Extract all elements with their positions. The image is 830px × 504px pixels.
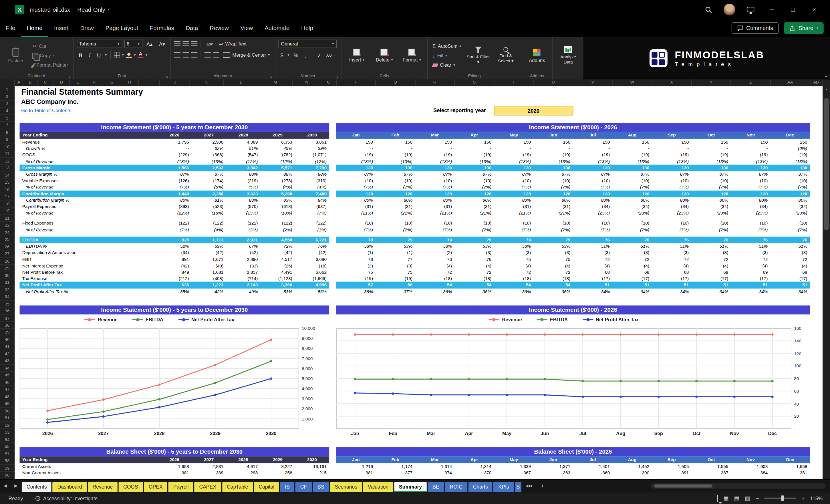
cell[interactable]: (10) — [415, 177, 454, 184]
row-label[interactable]: % of Revenue — [20, 210, 157, 216]
format-cells-button[interactable]: Format▾ — [400, 39, 424, 72]
row-header-3[interactable]: 3 — [0, 101, 14, 108]
cell[interactable]: (19) — [336, 276, 376, 282]
cell[interactable]: (19) — [691, 152, 731, 158]
cell[interactable]: (7%) — [573, 226, 612, 233]
cell[interactable]: 1,174 — [376, 463, 415, 470]
cell[interactable]: 4,996 — [295, 282, 329, 288]
cell[interactable]: 130 — [731, 164, 770, 171]
cell[interactable]: 75 — [494, 256, 534, 262]
cell[interactable]: (21%) — [415, 210, 454, 216]
cell[interactable]: 1,440 — [157, 190, 192, 197]
cell[interactable]: 390 — [612, 470, 652, 476]
cell[interactable]: 80% — [336, 197, 376, 203]
cell[interactable]: 53% — [415, 243, 454, 250]
menu-tab-review[interactable]: Review — [204, 19, 234, 37]
cell[interactable]: 120 — [376, 190, 415, 197]
row-header-4[interactable]: 4 — [0, 108, 14, 115]
cell[interactable]: 62% — [192, 145, 226, 152]
company-name[interactable]: ABC Company Inc. — [21, 98, 78, 105]
cell[interactable]: (34) — [573, 203, 612, 210]
cell[interactable]: 49% — [226, 288, 260, 295]
cell[interactable]: 80% — [157, 197, 192, 203]
cell[interactable]: (10) — [691, 220, 731, 226]
zoom-level[interactable]: 115% — [810, 495, 823, 501]
cell[interactable]: 88% — [261, 171, 295, 178]
cell[interactable]: 6,662 — [295, 269, 329, 276]
cell[interactable]: (523) — [192, 203, 226, 210]
cell[interactable]: 76% — [295, 243, 329, 250]
monthly-chart-title[interactable]: Income Statement ($'000) - 2026 — [336, 306, 810, 314]
cell[interactable]: 2,358 — [192, 190, 226, 197]
sheet-tab-s[interactable]: S — [515, 482, 521, 492]
cell[interactable]: (122) — [226, 220, 260, 226]
column-header-D[interactable]: D — [54, 80, 70, 86]
cell[interactable]: 130 — [573, 164, 612, 171]
cell[interactable]: (10) — [770, 220, 810, 226]
cell[interactable]: 80% — [494, 197, 534, 203]
column-header-A[interactable]: A — [15, 80, 24, 86]
reporting-year-input[interactable]: 2026 — [494, 106, 573, 115]
sheet-tab-contents[interactable]: Contents — [22, 482, 52, 492]
cell[interactable]: 120 — [336, 190, 376, 197]
cell[interactable]: 1,566 — [157, 164, 192, 171]
row-header-48[interactable]: 48 — [0, 393, 14, 401]
cell[interactable]: (7%) — [534, 226, 573, 233]
cell[interactable]: 80% — [731, 197, 770, 203]
zoom-slider[interactable] — [764, 498, 796, 499]
sheet-canvas[interactable]: Financial Statements Summary ABC Company… — [15, 86, 823, 479]
cell[interactable]: (17) — [612, 276, 652, 282]
cell[interactable]: 83% — [261, 197, 295, 203]
column-header-Y[interactable]: Y — [692, 80, 731, 86]
cell[interactable]: 52% — [157, 243, 192, 250]
cell[interactable]: (13%) — [415, 158, 454, 165]
column-header-V[interactable]: V — [573, 80, 613, 86]
cell[interactable]: (13%) — [192, 158, 226, 165]
cell[interactable]: (4) — [415, 262, 454, 269]
cell[interactable]: 1,713 — [192, 237, 226, 243]
cell[interactable]: 87% — [192, 171, 226, 178]
cell[interactable]: 51 — [612, 282, 652, 288]
cell[interactable]: 72 — [770, 256, 810, 262]
cell[interactable]: 68 — [770, 269, 810, 276]
cell[interactable]: 1,658 — [770, 463, 810, 470]
column-header-S[interactable]: S — [455, 80, 494, 86]
menu-tab-page-layout[interactable]: Page Layout — [99, 19, 144, 37]
row-header-57[interactable]: 57 — [0, 450, 14, 458]
sheet-nav-left-icon[interactable]: ◀ — [0, 483, 10, 488]
cell[interactable]: 79 — [415, 237, 454, 243]
cell[interactable]: 1,452 — [612, 463, 652, 470]
cell[interactable]: (17) — [731, 276, 770, 282]
cell[interactable]: (7%) — [652, 184, 691, 190]
row-label[interactable]: EBITDA — [20, 237, 157, 243]
cell[interactable]: (7%) — [454, 226, 494, 233]
cell[interactable]: (13%) — [770, 158, 810, 165]
cell[interactable]: 1,631 — [192, 269, 226, 276]
cell[interactable]: (2) — [415, 249, 454, 256]
cell[interactable]: 4,558 — [261, 237, 295, 243]
cell[interactable]: - — [494, 145, 534, 152]
column-label[interactable]: Mar — [415, 132, 454, 139]
cell[interactable]: 5,298 — [261, 190, 295, 197]
column-header-I[interactable]: I — [139, 80, 160, 86]
column-label[interactable]: Apr — [454, 132, 494, 139]
cell[interactable]: (1%) — [295, 226, 329, 233]
cell[interactable]: 72 — [454, 269, 494, 276]
dialog-launcher-icon[interactable]: ↘ — [165, 75, 168, 79]
cell[interactable]: 130 — [770, 164, 810, 171]
cell[interactable]: 130 — [652, 164, 691, 171]
sheet-tab-cogs[interactable]: COGS — [119, 482, 143, 492]
cell[interactable]: (10) — [534, 220, 573, 226]
cell[interactable]: (19) — [770, 152, 810, 158]
cell[interactable]: (3) — [454, 249, 494, 256]
sheet-tab-charts[interactable]: Charts — [468, 482, 492, 492]
cell[interactable]: 87% — [770, 171, 810, 178]
cell[interactable]: (10) — [494, 177, 534, 184]
comments-button[interactable]: Comments — [731, 22, 779, 34]
row-header-38[interactable]: 38 — [0, 322, 14, 329]
cell[interactable]: (23%) — [612, 210, 652, 216]
row-label[interactable]: Payroll Expenses — [20, 203, 157, 210]
cell[interactable]: 2,900 — [192, 139, 226, 145]
cell[interactable]: 636 — [157, 282, 192, 288]
cell[interactable]: (23%) — [691, 210, 731, 216]
